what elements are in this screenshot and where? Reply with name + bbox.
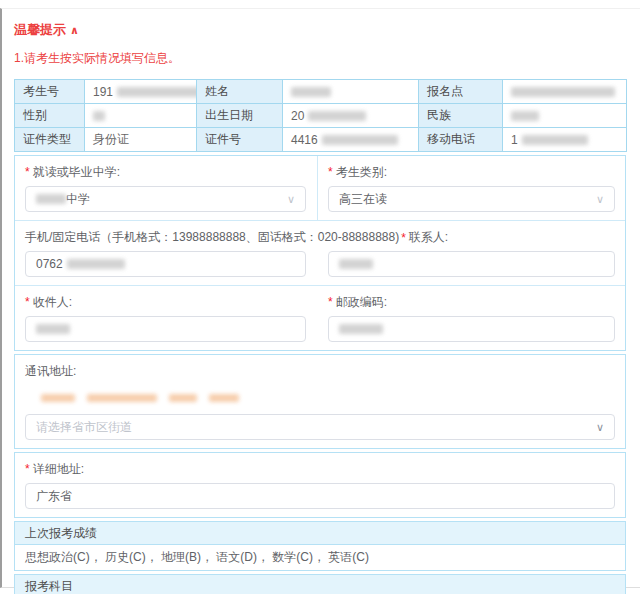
chevron-down-icon: ∨: [287, 193, 295, 206]
redacted-value: [308, 111, 366, 121]
redacted-value: [339, 259, 373, 269]
phone-input[interactable]: 0762: [25, 251, 306, 277]
redacted-value: [291, 87, 331, 97]
redacted-value: [339, 324, 383, 334]
required-asterisk: *: [328, 165, 333, 179]
notice-title: 温馨提示: [14, 22, 66, 37]
region-select-placeholder: 请选择省市区街道: [36, 419, 596, 436]
last-scores-box: 上次报考成绩 思想政治(C)， 历史(C)， 地理(B)， 语文(D)， 数学(…: [14, 521, 626, 571]
field-label: 证件类型: [15, 128, 85, 152]
field-value: 身份证: [85, 128, 197, 152]
region-select[interactable]: 请选择省市区街道 ∨: [25, 414, 615, 440]
detail-address-box: *详细地址: 广东省: [14, 452, 626, 518]
field-label: 移动电话: [419, 128, 503, 152]
field-value: 4416: [283, 128, 419, 152]
field-value: 1: [503, 128, 627, 152]
category-select[interactable]: 高三在读 ∨: [328, 186, 615, 212]
column-divider: [317, 156, 318, 220]
redacted-value: [87, 394, 157, 402]
redacted-value: [522, 135, 588, 145]
mailing-address-label: 通讯地址:: [25, 363, 615, 380]
field-value: 20: [283, 104, 419, 128]
field-label: 姓名: [197, 80, 283, 104]
field-label: 证件号: [197, 128, 283, 152]
redacted-value: [511, 87, 615, 97]
chevron-down-icon: ∨: [596, 421, 604, 434]
postcode-label: *邮政编码:: [328, 294, 615, 311]
school-select-value: 中学: [66, 192, 90, 206]
category-label: *考生类别:: [328, 164, 615, 181]
redacted-value: [93, 111, 105, 121]
required-asterisk: *: [401, 231, 406, 245]
chevron-down-icon: ∨: [596, 193, 604, 206]
redacted-value: [117, 87, 196, 97]
contact-label: 联系人:: [409, 229, 448, 246]
last-scores-header: 上次报考成绩: [15, 522, 625, 545]
registration-form-card: 温馨提示∧ 1.请考生按实际情况填写信息。 考生号 191 姓名 报名点 性别 …: [0, 8, 640, 588]
recipient-label: *收件人:: [25, 294, 306, 311]
redacted-value: [67, 259, 125, 269]
redacted-value: [41, 394, 75, 402]
required-asterisk: *: [25, 295, 30, 309]
required-asterisk: *: [25, 462, 30, 476]
postcode-input[interactable]: [328, 316, 615, 342]
candidate-info-table: 考生号 191 姓名 报名点 性别 出生日期 20 民族 证件类型 身份证 证件…: [14, 79, 627, 152]
form-row-phone-contact: 手机/固定电话（手机格式：13988888888、固话格式：020-888888…: [15, 221, 625, 286]
mailing-address-box: 通讯地址: 请选择省市区街道 ∨: [14, 354, 626, 449]
form-row-school-category: *就读或毕业中学: 中学 ∨ *考生类别: 高三在读 ∨: [15, 156, 625, 221]
phone-input-value: 0762: [36, 257, 63, 271]
field-value: [503, 80, 627, 104]
field-label: 考生号: [15, 80, 85, 104]
school-select[interactable]: 中学 ∨: [25, 186, 306, 212]
field-label: 报名点: [419, 80, 503, 104]
field-value: 191: [85, 80, 197, 104]
phone-label: 手机/固定电话（手机格式：13988888888、固话格式：020-888888…: [25, 229, 399, 246]
collapse-icon: ∧: [70, 24, 79, 36]
category-select-value: 高三在读: [339, 191, 596, 208]
table-row: 性别 出生日期 20 民族: [15, 104, 627, 128]
form-box: *就读或毕业中学: 中学 ∨ *考生类别: 高三在读 ∨ 手机/固定: [14, 155, 626, 351]
subjects-header: 报考科目: [15, 575, 625, 594]
redacted-value: [511, 111, 539, 121]
detail-address-label: *详细地址:: [25, 461, 615, 478]
table-row: 考生号 191 姓名 报名点: [15, 80, 627, 104]
field-label: 性别: [15, 104, 85, 128]
field-label: 民族: [419, 104, 503, 128]
field-value: [85, 104, 197, 128]
redacted-value: [209, 394, 239, 402]
redacted-value: [169, 394, 197, 402]
school-label: *就读或毕业中学:: [25, 164, 306, 181]
subjects-box: 报考科目 语文数学英语 物理 思想政治 化学 生物学 历史 地理: [14, 574, 626, 594]
notice-tip: 1.请考生按实际情况填写信息。: [14, 50, 626, 67]
detail-address-value: 广东省: [36, 488, 72, 505]
contact-input[interactable]: [328, 251, 615, 277]
notice-header[interactable]: 温馨提示∧: [14, 21, 626, 39]
redacted-address-text: [41, 393, 615, 403]
field-value: [503, 104, 627, 128]
required-asterisk: *: [328, 295, 333, 309]
field-value: [283, 80, 419, 104]
recipient-input[interactable]: [25, 316, 306, 342]
form-row-recipient-postcode: *收件人: *邮政编码:: [15, 286, 625, 350]
table-row: 证件类型 身份证 证件号 4416 移动电话 1: [15, 128, 627, 152]
redacted-value: [36, 194, 66, 204]
detail-address-input[interactable]: 广东省: [25, 483, 615, 509]
redacted-value: [322, 135, 398, 145]
required-asterisk: *: [25, 165, 30, 179]
redacted-value: [36, 324, 70, 334]
field-label: 出生日期: [197, 104, 283, 128]
last-scores-content: 思想政治(C)， 历史(C)， 地理(B)， 语文(D)， 数学(C)， 英语(…: [15, 545, 625, 570]
